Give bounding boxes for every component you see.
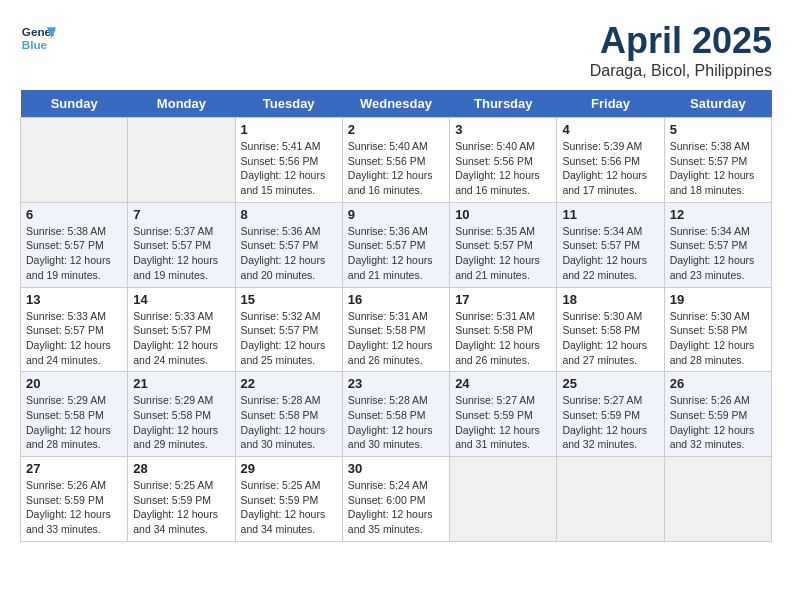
cell-info: Sunrise: 5:25 AMSunset: 5:59 PMDaylight:… bbox=[241, 478, 337, 537]
header-friday: Friday bbox=[557, 90, 664, 118]
week-row-3: 13Sunrise: 5:33 AMSunset: 5:57 PMDayligh… bbox=[21, 287, 772, 372]
day-number: 5 bbox=[670, 122, 766, 137]
day-number: 20 bbox=[26, 376, 122, 391]
calendar-cell: 14Sunrise: 5:33 AMSunset: 5:57 PMDayligh… bbox=[128, 287, 235, 372]
cell-info: Sunrise: 5:32 AMSunset: 5:57 PMDaylight:… bbox=[241, 309, 337, 368]
calendar-cell bbox=[21, 118, 128, 203]
cell-info: Sunrise: 5:34 AMSunset: 5:57 PMDaylight:… bbox=[562, 224, 658, 283]
day-number: 2 bbox=[348, 122, 444, 137]
day-number: 7 bbox=[133, 207, 229, 222]
cell-info: Sunrise: 5:41 AMSunset: 5:56 PMDaylight:… bbox=[241, 139, 337, 198]
calendar-cell: 8Sunrise: 5:36 AMSunset: 5:57 PMDaylight… bbox=[235, 202, 342, 287]
day-number: 23 bbox=[348, 376, 444, 391]
cell-info: Sunrise: 5:35 AMSunset: 5:57 PMDaylight:… bbox=[455, 224, 551, 283]
cell-info: Sunrise: 5:29 AMSunset: 5:58 PMDaylight:… bbox=[133, 393, 229, 452]
day-number: 1 bbox=[241, 122, 337, 137]
week-row-5: 27Sunrise: 5:26 AMSunset: 5:59 PMDayligh… bbox=[21, 457, 772, 542]
day-number: 6 bbox=[26, 207, 122, 222]
header-row: SundayMondayTuesdayWednesdayThursdayFrid… bbox=[21, 90, 772, 118]
calendar-cell: 2Sunrise: 5:40 AMSunset: 5:56 PMDaylight… bbox=[342, 118, 449, 203]
calendar-cell: 20Sunrise: 5:29 AMSunset: 5:58 PMDayligh… bbox=[21, 372, 128, 457]
calendar-cell: 6Sunrise: 5:38 AMSunset: 5:57 PMDaylight… bbox=[21, 202, 128, 287]
calendar-cell: 5Sunrise: 5:38 AMSunset: 5:57 PMDaylight… bbox=[664, 118, 771, 203]
calendar-cell: 10Sunrise: 5:35 AMSunset: 5:57 PMDayligh… bbox=[450, 202, 557, 287]
calendar-cell: 19Sunrise: 5:30 AMSunset: 5:58 PMDayligh… bbox=[664, 287, 771, 372]
day-number: 12 bbox=[670, 207, 766, 222]
calendar-cell: 24Sunrise: 5:27 AMSunset: 5:59 PMDayligh… bbox=[450, 372, 557, 457]
calendar-cell bbox=[664, 457, 771, 542]
calendar-cell: 7Sunrise: 5:37 AMSunset: 5:57 PMDaylight… bbox=[128, 202, 235, 287]
day-number: 10 bbox=[455, 207, 551, 222]
subtitle: Daraga, Bicol, Philippines bbox=[590, 62, 772, 80]
cell-info: Sunrise: 5:31 AMSunset: 5:58 PMDaylight:… bbox=[348, 309, 444, 368]
day-number: 9 bbox=[348, 207, 444, 222]
page-header: General Blue April 2025 Daraga, Bicol, P… bbox=[20, 20, 772, 80]
cell-info: Sunrise: 5:33 AMSunset: 5:57 PMDaylight:… bbox=[133, 309, 229, 368]
logo: General Blue bbox=[20, 20, 56, 56]
day-number: 3 bbox=[455, 122, 551, 137]
calendar-cell: 3Sunrise: 5:40 AMSunset: 5:56 PMDaylight… bbox=[450, 118, 557, 203]
cell-info: Sunrise: 5:26 AMSunset: 5:59 PMDaylight:… bbox=[670, 393, 766, 452]
title-area: April 2025 Daraga, Bicol, Philippines bbox=[590, 20, 772, 80]
day-number: 17 bbox=[455, 292, 551, 307]
cell-info: Sunrise: 5:38 AMSunset: 5:57 PMDaylight:… bbox=[26, 224, 122, 283]
cell-info: Sunrise: 5:40 AMSunset: 5:56 PMDaylight:… bbox=[455, 139, 551, 198]
cell-info: Sunrise: 5:24 AMSunset: 6:00 PMDaylight:… bbox=[348, 478, 444, 537]
calendar-cell: 25Sunrise: 5:27 AMSunset: 5:59 PMDayligh… bbox=[557, 372, 664, 457]
cell-info: Sunrise: 5:38 AMSunset: 5:57 PMDaylight:… bbox=[670, 139, 766, 198]
day-number: 18 bbox=[562, 292, 658, 307]
calendar-cell: 12Sunrise: 5:34 AMSunset: 5:57 PMDayligh… bbox=[664, 202, 771, 287]
calendar-cell bbox=[557, 457, 664, 542]
calendar-cell: 17Sunrise: 5:31 AMSunset: 5:58 PMDayligh… bbox=[450, 287, 557, 372]
day-number: 30 bbox=[348, 461, 444, 476]
calendar-cell: 23Sunrise: 5:28 AMSunset: 5:58 PMDayligh… bbox=[342, 372, 449, 457]
calendar-cell: 21Sunrise: 5:29 AMSunset: 5:58 PMDayligh… bbox=[128, 372, 235, 457]
cell-info: Sunrise: 5:27 AMSunset: 5:59 PMDaylight:… bbox=[455, 393, 551, 452]
day-number: 29 bbox=[241, 461, 337, 476]
week-row-1: 1Sunrise: 5:41 AMSunset: 5:56 PMDaylight… bbox=[21, 118, 772, 203]
header-saturday: Saturday bbox=[664, 90, 771, 118]
calendar-table: SundayMondayTuesdayWednesdayThursdayFrid… bbox=[20, 90, 772, 542]
cell-info: Sunrise: 5:36 AMSunset: 5:57 PMDaylight:… bbox=[348, 224, 444, 283]
cell-info: Sunrise: 5:28 AMSunset: 5:58 PMDaylight:… bbox=[241, 393, 337, 452]
calendar-cell: 18Sunrise: 5:30 AMSunset: 5:58 PMDayligh… bbox=[557, 287, 664, 372]
day-number: 19 bbox=[670, 292, 766, 307]
day-number: 16 bbox=[348, 292, 444, 307]
header-sunday: Sunday bbox=[21, 90, 128, 118]
calendar-cell bbox=[450, 457, 557, 542]
calendar-cell: 27Sunrise: 5:26 AMSunset: 5:59 PMDayligh… bbox=[21, 457, 128, 542]
header-thursday: Thursday bbox=[450, 90, 557, 118]
day-number: 4 bbox=[562, 122, 658, 137]
cell-info: Sunrise: 5:27 AMSunset: 5:59 PMDaylight:… bbox=[562, 393, 658, 452]
day-number: 22 bbox=[241, 376, 337, 391]
header-monday: Monday bbox=[128, 90, 235, 118]
week-row-2: 6Sunrise: 5:38 AMSunset: 5:57 PMDaylight… bbox=[21, 202, 772, 287]
cell-info: Sunrise: 5:28 AMSunset: 5:58 PMDaylight:… bbox=[348, 393, 444, 452]
cell-info: Sunrise: 5:33 AMSunset: 5:57 PMDaylight:… bbox=[26, 309, 122, 368]
calendar-cell: 15Sunrise: 5:32 AMSunset: 5:57 PMDayligh… bbox=[235, 287, 342, 372]
cell-info: Sunrise: 5:30 AMSunset: 5:58 PMDaylight:… bbox=[562, 309, 658, 368]
cell-info: Sunrise: 5:34 AMSunset: 5:57 PMDaylight:… bbox=[670, 224, 766, 283]
main-title: April 2025 bbox=[590, 20, 772, 62]
cell-info: Sunrise: 5:39 AMSunset: 5:56 PMDaylight:… bbox=[562, 139, 658, 198]
calendar-cell: 4Sunrise: 5:39 AMSunset: 5:56 PMDaylight… bbox=[557, 118, 664, 203]
calendar-cell: 11Sunrise: 5:34 AMSunset: 5:57 PMDayligh… bbox=[557, 202, 664, 287]
day-number: 27 bbox=[26, 461, 122, 476]
day-number: 28 bbox=[133, 461, 229, 476]
day-number: 24 bbox=[455, 376, 551, 391]
calendar-cell: 13Sunrise: 5:33 AMSunset: 5:57 PMDayligh… bbox=[21, 287, 128, 372]
day-number: 26 bbox=[670, 376, 766, 391]
calendar-cell: 30Sunrise: 5:24 AMSunset: 6:00 PMDayligh… bbox=[342, 457, 449, 542]
calendar-cell: 29Sunrise: 5:25 AMSunset: 5:59 PMDayligh… bbox=[235, 457, 342, 542]
calendar-cell: 1Sunrise: 5:41 AMSunset: 5:56 PMDaylight… bbox=[235, 118, 342, 203]
calendar-cell: 28Sunrise: 5:25 AMSunset: 5:59 PMDayligh… bbox=[128, 457, 235, 542]
header-tuesday: Tuesday bbox=[235, 90, 342, 118]
cell-info: Sunrise: 5:37 AMSunset: 5:57 PMDaylight:… bbox=[133, 224, 229, 283]
logo-icon: General Blue bbox=[20, 20, 56, 56]
cell-info: Sunrise: 5:36 AMSunset: 5:57 PMDaylight:… bbox=[241, 224, 337, 283]
day-number: 14 bbox=[133, 292, 229, 307]
day-number: 25 bbox=[562, 376, 658, 391]
cell-info: Sunrise: 5:26 AMSunset: 5:59 PMDaylight:… bbox=[26, 478, 122, 537]
day-number: 13 bbox=[26, 292, 122, 307]
calendar-cell: 9Sunrise: 5:36 AMSunset: 5:57 PMDaylight… bbox=[342, 202, 449, 287]
